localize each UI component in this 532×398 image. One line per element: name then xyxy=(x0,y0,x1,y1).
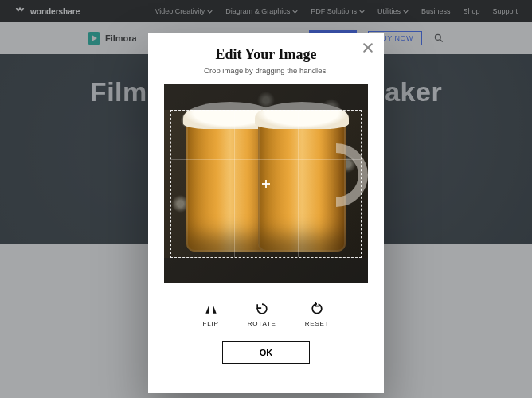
flip-icon xyxy=(203,301,219,317)
rotate-button[interactable]: ROTATE xyxy=(248,301,276,327)
reset-button[interactable]: RESET xyxy=(305,301,330,327)
close-icon[interactable] xyxy=(362,41,374,54)
flip-button[interactable]: FLIP xyxy=(203,301,219,327)
crop-mask-top xyxy=(164,84,368,110)
ok-button[interactable]: OK xyxy=(222,341,310,364)
crop-center-icon xyxy=(262,180,270,188)
modal-subtitle: Crop image by dragging the handles. xyxy=(204,66,328,75)
rotate-icon xyxy=(254,301,270,317)
rotate-label: ROTATE xyxy=(248,320,276,327)
image-tools: FLIP ROTATE RESET xyxy=(203,301,330,327)
flip-label: FLIP xyxy=(203,320,219,327)
crop-area[interactable] xyxy=(164,84,368,283)
crop-mask-bottom xyxy=(164,258,368,283)
reset-icon xyxy=(309,301,325,317)
edit-image-modal: Edit Your Image Crop image by dragging t… xyxy=(148,33,384,393)
crop-box[interactable] xyxy=(170,110,362,258)
modal-title: Edit Your Image xyxy=(215,46,316,63)
reset-label: RESET xyxy=(305,320,330,327)
